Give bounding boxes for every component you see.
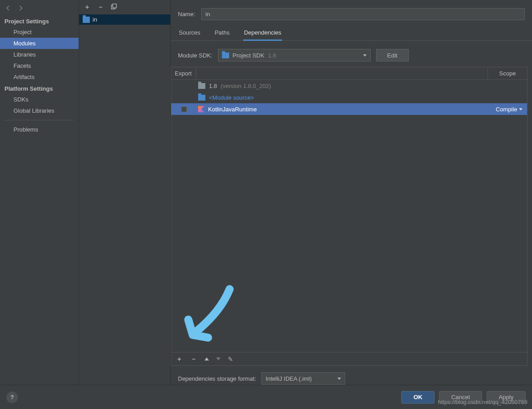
- module-tree-item[interactable]: in: [79, 14, 170, 25]
- remove-module-icon[interactable]: －: [97, 3, 104, 11]
- module-source-folder-icon: [198, 95, 205, 101]
- chevron-down-icon[interactable]: [519, 108, 523, 110]
- dep-row-name: <Module source>: [209, 94, 254, 101]
- dep-header-name: [196, 67, 488, 79]
- sidebar-item-sdks[interactable]: SDKs: [0, 94, 79, 105]
- sdk-value-text: Project SDK: [233, 52, 265, 59]
- add-dependency-icon[interactable]: ＋: [176, 355, 183, 363]
- dialog-footer: ? OK Cancel Apply https://blog.csdn.net/…: [0, 385, 532, 409]
- module-name-input[interactable]: [201, 8, 525, 20]
- dep-row-name: KotlinJavaRuntime: [208, 106, 257, 113]
- move-down-icon[interactable]: [216, 357, 221, 361]
- module-sdk-dropdown[interactable]: Project SDK 1.8: [218, 49, 371, 62]
- sidebar-item-libraries[interactable]: Libraries: [0, 49, 79, 60]
- project-settings-header: Project Settings: [0, 15, 79, 26]
- add-module-icon[interactable]: ＋: [84, 3, 91, 11]
- storage-format-dropdown[interactable]: IntelliJ IDEA (.iml): [262, 372, 345, 385]
- dep-table-header: Export Scope: [171, 67, 527, 80]
- dep-table-toolbar: ＋ － ✎: [171, 352, 527, 365]
- sdk-folder-icon: [222, 53, 229, 58]
- storage-format-value: IntelliJ IDEA (.iml): [266, 375, 312, 382]
- kotlin-icon: [198, 106, 204, 112]
- sidebar-item-global-libraries[interactable]: Global Libraries: [0, 105, 79, 116]
- sidebar-item-artifacts[interactable]: Artifacts: [0, 71, 79, 83]
- tab-dependencies[interactable]: Dependencies: [243, 26, 282, 41]
- tab-paths[interactable]: Paths: [214, 26, 231, 40]
- chevron-down-icon: [363, 54, 367, 57]
- module-tree-column: ＋ － in: [79, 0, 171, 385]
- module-folder-icon: [83, 17, 90, 23]
- apply-button[interactable]: Apply: [487, 391, 526, 404]
- dep-header-export: Export: [171, 67, 196, 79]
- dep-row[interactable]: KotlinJavaRuntime Compile: [171, 103, 527, 115]
- sidebar-item-problems[interactable]: Problems: [0, 124, 79, 135]
- cancel-button[interactable]: Cancel: [439, 391, 482, 404]
- forward-arrow-icon[interactable]: [17, 4, 24, 12]
- chevron-down-icon: [337, 378, 341, 380]
- dep-header-scope: Scope: [488, 67, 527, 79]
- annotation-arrow-icon: [180, 285, 239, 343]
- dep-row-scope: Compile: [496, 106, 517, 113]
- edit-sdk-button[interactable]: Edit: [376, 49, 409, 62]
- svg-rect-1: [113, 4, 116, 8]
- dependencies-table: Export Scope 1.8 (version 1.8.0_202): [171, 67, 528, 366]
- name-field-label: Name:: [178, 11, 195, 18]
- sdk-version-text: 1.8: [268, 52, 276, 59]
- module-tree-label: in: [93, 16, 97, 23]
- sidebar-divider: [4, 120, 74, 120]
- dep-row[interactable]: <Module source>: [171, 92, 527, 103]
- remove-dependency-icon[interactable]: －: [190, 355, 197, 363]
- jdk-folder-icon: [198, 83, 205, 89]
- move-up-icon[interactable]: [204, 357, 209, 361]
- storage-format-label: Dependencies storage format:: [178, 375, 256, 382]
- sidebar-item-facets[interactable]: Facets: [0, 60, 79, 71]
- help-button[interactable]: ?: [6, 391, 18, 403]
- sidebar-item-modules[interactable]: Modules: [0, 38, 79, 49]
- dep-row-extra: (version 1.8.0_202): [221, 83, 271, 89]
- copy-module-icon[interactable]: [111, 4, 118, 11]
- tab-sources[interactable]: Sources: [178, 26, 201, 40]
- settings-sidebar: Project Settings Project Modules Librari…: [0, 0, 79, 385]
- export-checkbox[interactable]: [181, 106, 187, 112]
- ok-button[interactable]: OK: [401, 391, 434, 404]
- sidebar-item-project[interactable]: Project: [0, 26, 79, 38]
- edit-dependency-icon[interactable]: ✎: [228, 356, 233, 363]
- dep-row-name: 1.8: [209, 83, 217, 89]
- module-sdk-label: Module SDK:: [178, 52, 213, 59]
- module-detail-pane: Name: Sources Paths Dependencies Module …: [171, 0, 532, 385]
- dep-row[interactable]: 1.8 (version 1.8.0_202): [171, 80, 527, 92]
- platform-settings-header: Platform Settings: [0, 83, 79, 94]
- back-arrow-icon[interactable]: [4, 4, 12, 12]
